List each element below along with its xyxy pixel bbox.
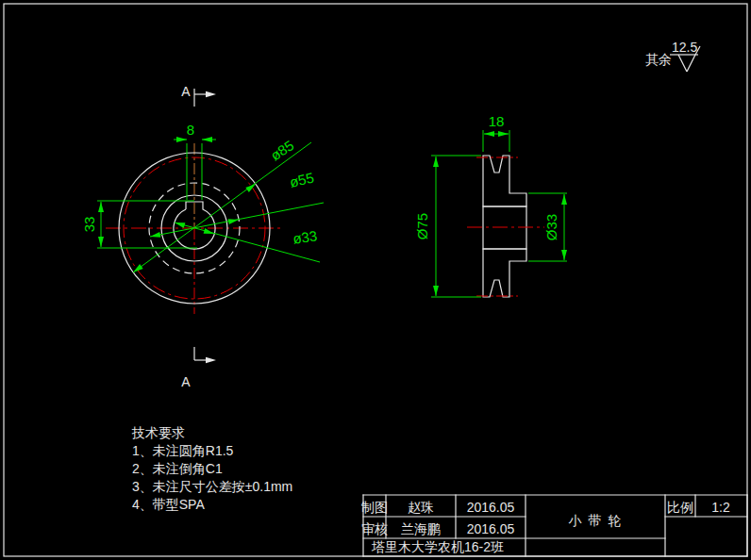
svg-text:Ø75: Ø75 [414,213,430,239]
surface-roughness-note: 其余 12.5 [645,40,700,72]
svg-text:ø33: ø33 [292,227,318,246]
svg-text:8: 8 [187,122,194,138]
sheet-border [4,4,747,556]
dim-side-outer-diameter: Ø75 [414,156,481,297]
dim-side-hub-diameter: Ø33 [528,193,567,261]
svg-text:其余: 其余 [645,52,672,67]
title-block: 制图 赵珠 2016.05 审核 兰海鹏 2016.05 塔里木大学农机16-2… [360,495,747,556]
dim-rim-width: 18 [483,113,509,152]
tech-requirement-item: 3、未注尺寸公差按±0.1mm [132,479,292,494]
tech-requirement-item: 4、带型SPA [132,497,205,512]
svg-text:Ø33: Ø33 [543,214,559,240]
section-mark-top: A [181,84,216,107]
side-view: 18 Ø75 Ø33 [414,113,567,297]
section-mark-bottom: A [181,347,216,389]
svg-text:A: A [181,374,191,389]
dim-bore-diameter: ø33 [174,220,320,262]
dim-groove-diameter: ø55 [149,169,324,239]
svg-text:18: 18 [489,113,505,129]
front-view: 8 33 ø85 ø55 ø33 [81,84,324,389]
part-name: 小带轮 [569,513,628,528]
drawn-by: 赵珠 [408,500,434,515]
tech-requirement-item: 1、未注圆角R1.5 [132,443,234,458]
organization: 塔里木大学农机16-2班 [371,539,504,554]
checked-date: 2016.05 [467,521,515,536]
svg-text:33: 33 [81,217,97,233]
tech-requirement-item: 2、未注倒角C1 [132,461,223,476]
scale-value: 1:2 [711,500,730,515]
svg-text:ø85: ø85 [268,137,297,163]
svg-text:A: A [181,84,191,99]
scale-label: 比例 [667,500,693,515]
cad-drawing-svg: 8 33 ø85 ø55 ø33 [0,0,751,560]
tech-requirements-title: 技术要求 [131,425,185,440]
section-upper-body [483,156,526,206]
section-lower-body [483,249,526,297]
svg-text:ø55: ø55 [288,169,315,189]
drawn-date: 2016.05 [467,500,515,515]
checked-by: 兰海鹏 [401,521,441,536]
cad-drawing-sheet: 8 33 ø85 ø55 ø33 [0,0,751,560]
svg-text:12.5: 12.5 [672,40,697,55]
tech-requirements: 技术要求 1、未注圆角R1.5 2、未注倒角C1 3、未注尺寸公差按±0.1mm… [131,425,292,512]
drawn-label: 制图 [360,500,388,515]
checked-label: 审核 [361,521,388,536]
